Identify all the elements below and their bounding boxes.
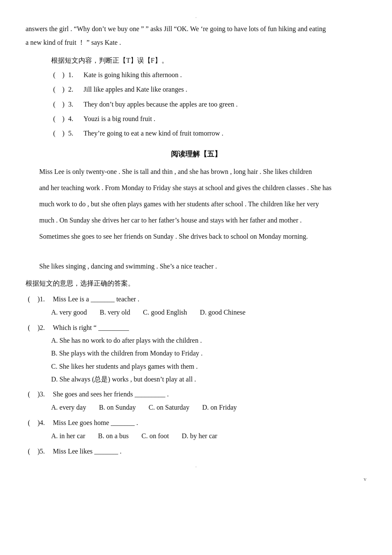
mc-questions: ( )1. Miss Lee is a _______ teacher . A.… [26,293,366,458]
mc-num: )5. [37,445,53,458]
passage: Miss Lee is only twenty-one . She is tal… [26,165,366,273]
mc-options-inline: A. very goodB. very oldC. good EnglishD.… [51,306,366,319]
tf-paren: ( ) [51,98,66,111]
passage-line: She likes singing , dancing and swimming… [26,260,366,273]
dot-top: . [26,13,366,20]
mc-options-block: A. She has no work to do after plays wit… [51,334,366,386]
mc-question-text: Miss Lee likes _______ . [53,445,366,458]
passage-text: Miss Lee is only twenty-one . She is tal… [26,165,366,273]
tf-items: ( ) 1. Kate is going hiking this afterno… [26,69,366,140]
mc-options-inline: A. every dayB. on SundayC. on SaturdayD.… [51,401,366,414]
mc-option: A. every day [51,401,86,414]
intro-line2: a new kind of fruit ！ ” says Kate . [26,39,121,46]
mc-paren: ( [26,445,37,458]
mc-item: ( )5. Miss Lee likes _______ . [26,445,366,458]
mc-item-header: ( )5. Miss Lee likes _______ . [26,445,366,458]
mc-item-header: ( )4. Miss Lee goes home _______ . [26,417,366,429]
mc-option: A. very good [51,306,87,319]
mc-option: C. She likes her students and plays game… [51,360,366,373]
mc-num: )4. [37,417,53,429]
mc-num: )1. [37,293,53,306]
mc-option: C. good English [143,306,187,319]
mc-option: A. She has no work to do after plays wit… [51,334,366,347]
tf-item: ( ) 2. Jill like apples and Kate like or… [51,83,366,96]
passage-line: Sometimes she goes to see her friends on… [26,230,366,243]
mc-item: ( )4. Miss Lee goes home _______ . A. in… [26,417,366,443]
tf-item: ( ) 1. Kate is going hiking this afterno… [51,69,366,81]
v-label: v [26,474,366,484]
tf-text: They’re going to eat a new kind of fruit… [84,127,223,140]
mc-item: ( )1. Miss Lee is a _______ teacher . A.… [26,293,366,319]
mc-paren: ( [26,322,37,334]
mc-option: B. very old [100,306,130,319]
mc-paren: ( [26,293,37,306]
tf-item: ( ) 5. They’re going to eat a new kind o… [51,127,366,140]
mc-question-text: She goes and sees her friends _________ … [53,388,366,401]
passage-line: much work to do , but she often plays ga… [26,197,366,211]
mc-question-text: Which is right “ _________ [53,322,366,334]
tf-item: ( ) 4. Youzi is a big round fruit . [51,113,366,125]
tf-text: Jill like apples and Kate like oranges . [84,83,187,96]
tf-instruction: 根据短文内容，判断正【T】误【F】。 [51,55,366,67]
tf-text: They don’t buy apples because the apples… [84,98,238,111]
tf-text: Kate is going hiking this afternoon . [84,69,182,81]
mc-question-text: Miss Lee is a _______ teacher . [53,293,366,306]
mc-item-header: ( )3. She goes and sees her friends ____… [26,388,366,401]
intro-paragraph: answers the girl . “Why don’t we buy one… [26,22,366,49]
mc-question-text: Miss Lee goes home _______ . [53,417,366,429]
tf-num: 5. [68,127,80,140]
dot-bottom: . [26,462,366,470]
tf-text: Youzi is a big round fruit . [84,113,156,125]
section2-title: 阅读理解【五】 [26,148,366,161]
mc-item: ( )2. Which is right “ _________ A. She … [26,322,366,386]
mc-option: B. on Sunday [99,401,136,414]
mc-option: D. good Chinese [200,306,245,319]
mc-option: D. She always (总是) works , but doesn’t p… [51,373,366,386]
intro-line1: answers the girl . “Why don’t we buy one… [26,25,326,32]
mc-paren: ( [26,388,37,401]
mc-item-header: ( )2. Which is right “ _________ [26,322,366,334]
mc-option: C. on Saturday [149,401,190,414]
mc-item: ( )3. She goes and sees her friends ____… [26,388,366,414]
passage-line: Miss Lee is only twenty-one . She is tal… [26,165,366,179]
mc-num: )3. [37,388,53,401]
mc-option: D. by her car [182,429,217,443]
mc-paren: ( [26,417,37,429]
passage-line: much . On Sunday she drives her car to h… [26,214,366,227]
mc-option: B. She plays with the children from Mond… [51,347,366,360]
mc-option: B. on a bus [98,429,129,443]
mc-options-inline: A. in her carB. on a busC. on footD. by … [51,429,366,443]
mc-item-header: ( )1. Miss Lee is a _______ teacher . [26,293,366,306]
tf-paren: ( ) [51,83,66,96]
mc-instruction: 根据短文的意思，选择正确的答案。 [26,278,366,290]
tf-num: 4. [68,113,80,125]
tf-num: 3. [68,98,80,111]
tf-num: 2. [68,83,80,96]
mc-option: D. on Friday [202,401,236,414]
tf-item: ( ) 3. They don’t buy apples because the… [51,98,366,111]
tf-num: 1. [68,69,80,81]
mc-num: )2. [37,322,53,334]
tf-paren: ( ) [51,127,66,140]
mc-option: A. in her car [51,429,85,443]
tf-paren: ( ) [51,69,66,81]
tf-paren: ( ) [51,113,66,125]
mc-option: C. on foot [141,429,169,443]
passage-line: and her teaching work . From Monday to F… [26,181,366,195]
